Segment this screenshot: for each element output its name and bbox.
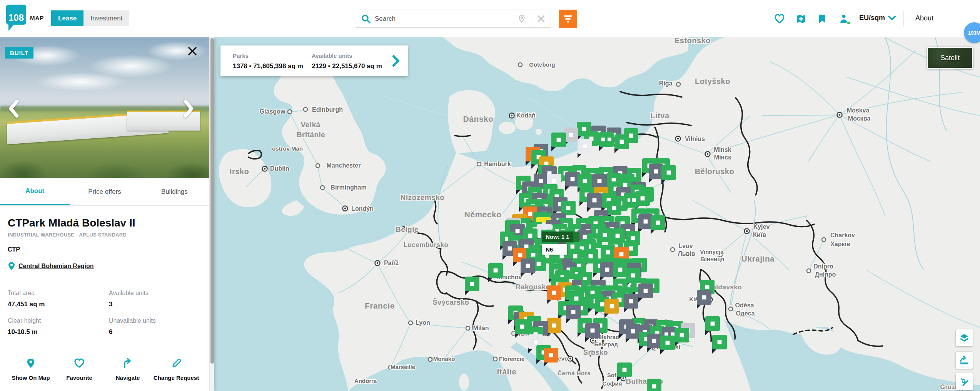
- export-share-button[interactable]: [956, 352, 973, 369]
- city-label: Minsk: [714, 146, 731, 153]
- pen-icon: [959, 377, 969, 387]
- app-logo[interactable]: 108: [6, 5, 26, 25]
- action-label: Change Request: [153, 374, 199, 382]
- region-link[interactable]: Central Bohemian Region: [8, 262, 94, 271]
- panel-scrollbar[interactable]: [209, 37, 214, 391]
- country-label: Itálie: [497, 367, 517, 376]
- city-label: Lyon: [416, 319, 430, 326]
- city-label: Hamburk: [484, 161, 511, 167]
- action-label: Favourite: [56, 374, 102, 382]
- navigate-button[interactable]: Navigate: [105, 358, 151, 382]
- country-label: Francie: [365, 301, 395, 310]
- capital-city-dot: [705, 152, 710, 157]
- clear-search-icon[interactable]: [537, 15, 545, 23]
- city-label: Moskva: [847, 107, 870, 114]
- satellite-view-button[interactable]: Satelit: [927, 47, 973, 69]
- locate-pin-icon[interactable]: [517, 14, 526, 23]
- search-input[interactable]: [371, 15, 517, 23]
- close-icon: [185, 44, 200, 59]
- header-icon-group: [774, 10, 850, 28]
- capital-city-dot: [837, 112, 842, 117]
- city-label: Lvov: [678, 243, 693, 249]
- city-dot: [807, 269, 811, 273]
- filter-button[interactable]: [559, 10, 577, 28]
- country-label: Německo: [464, 210, 502, 219]
- tab-about[interactable]: About: [0, 178, 70, 205]
- navigate-arrow-icon: [122, 358, 133, 369]
- city-label: Dnipro: [813, 263, 833, 270]
- city-label: Vinnycja: [700, 248, 724, 255]
- city-dot: [729, 307, 733, 311]
- carousel-prev-button[interactable]: [7, 99, 20, 118]
- detail-value: 47,451 sq m: [8, 300, 45, 308]
- lease-tab[interactable]: Lease: [51, 10, 83, 26]
- online-status-dot: [846, 21, 851, 25]
- capital-city-dot: [343, 206, 348, 211]
- panel-tabs: About Price offers Buildings: [0, 178, 209, 206]
- share-arrow-icon: [959, 355, 969, 365]
- capital-city-dot: [676, 136, 681, 141]
- city-dot: [676, 82, 680, 86]
- investment-tab[interactable]: Investment: [83, 10, 129, 26]
- detail-label: Clear height: [8, 317, 41, 324]
- satellite-label: Satelit: [940, 54, 960, 62]
- park-marker[interactable]: [647, 379, 661, 391]
- city-dot: [321, 186, 324, 190]
- city-dot: [288, 110, 292, 114]
- layers-button[interactable]: [956, 329, 973, 346]
- account-icon[interactable]: [839, 13, 850, 24]
- property-title: CTPark Mladá Boleslav II: [8, 217, 135, 229]
- bookmark-icon[interactable]: [817, 13, 828, 24]
- country-label: Černá Hora: [558, 370, 591, 376]
- show-on-map-button[interactable]: Show On Map: [8, 358, 54, 382]
- parks-value: 1378 ▪ 71,605,398 sq m: [233, 62, 303, 70]
- capital-city-dot: [568, 356, 573, 361]
- logo-map-text: MAP: [30, 15, 44, 21]
- detail-value: 3: [109, 300, 112, 308]
- city-label: Oděsa: [735, 302, 754, 309]
- city-label: Київ: [753, 232, 766, 238]
- about-link[interactable]: About: [915, 14, 933, 22]
- property-subtitle: INDUSTRIAL WAREHOUSE - APLUS STANDARD: [8, 232, 127, 238]
- tab-buildings[interactable]: Buildings: [140, 178, 209, 205]
- available-units-value: 2129 ▪ 22,515,670 sq m: [312, 62, 382, 70]
- favourite-button[interactable]: Favourite: [56, 358, 102, 382]
- capital-city-dot: [262, 166, 267, 171]
- change-request-button[interactable]: Change Request: [153, 358, 199, 382]
- stats-expand-chevron-icon[interactable]: [391, 54, 401, 69]
- detail-label: Unavailable units: [109, 317, 156, 324]
- location-pin-icon: [8, 262, 15, 271]
- tooltip-now-text: Now: 1 1: [546, 233, 569, 240]
- city-label: Göteborg: [529, 61, 555, 68]
- add-to-map-icon[interactable]: [796, 13, 806, 24]
- currency-selector[interactable]: EU/sqm: [859, 14, 896, 22]
- tab-price-offers[interactable]: Price offers: [70, 178, 139, 205]
- detail-label: Total area: [8, 290, 35, 297]
- city-label: Львів: [678, 250, 695, 257]
- country-label: Lucembursko: [404, 241, 449, 248]
- action-label: Show On Map: [8, 374, 54, 382]
- map-stats-panel[interactable]: Parks 1378 ▪ 71,605,398 sq m Available u…: [220, 45, 408, 76]
- city-label: Москва: [848, 115, 870, 122]
- map-canvas[interactable]: EstonskoLotyšskoRigaLitvaVilniusMinskМін…: [214, 37, 980, 391]
- search-box[interactable]: [356, 10, 551, 28]
- city-label: Одеса: [736, 310, 755, 317]
- city-label: Београд: [594, 341, 618, 347]
- city-label: Manchester: [327, 162, 361, 169]
- country-label: Irsko: [230, 167, 249, 176]
- draw-pen-button[interactable]: [956, 373, 973, 390]
- scrollbar-thumb[interactable]: [210, 38, 214, 364]
- developer-link[interactable]: CTP: [8, 246, 20, 253]
- city-label: Kodaň: [516, 112, 536, 119]
- favourites-heart-icon[interactable]: [774, 13, 785, 24]
- close-panel-button[interactable]: [185, 44, 200, 59]
- city-label: София: [602, 380, 622, 387]
- foreground-trees: [0, 147, 214, 178]
- property-photo: BUILT: [0, 37, 214, 178]
- carousel-next-button[interactable]: [182, 99, 195, 118]
- capital-city-dot: [509, 113, 514, 118]
- chevron-down-icon: [888, 15, 896, 21]
- country-label: Británie: [297, 131, 326, 139]
- city-label: Dublin: [270, 165, 289, 172]
- lease-investment-toggle: Lease Investment: [51, 10, 129, 26]
